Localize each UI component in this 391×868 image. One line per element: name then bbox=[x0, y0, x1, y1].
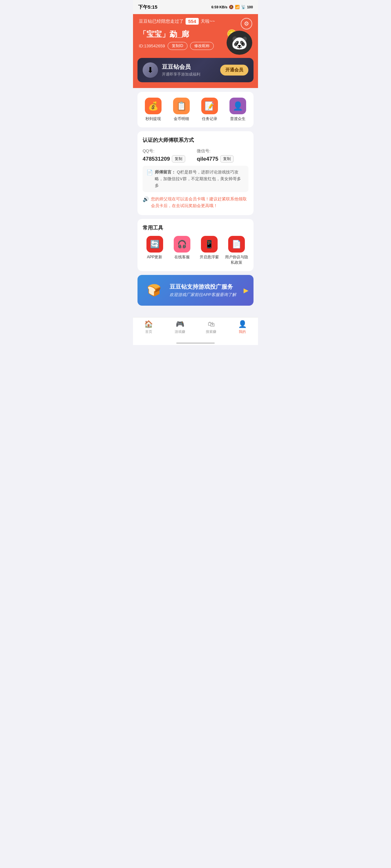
nav-game-earn[interactable]: 🎮 游戏赚 bbox=[164, 320, 196, 334]
days-suffix: 天啦~~ bbox=[201, 19, 215, 24]
diamond-icon: ⬇ bbox=[147, 66, 153, 74]
wechat-value-row: qile4775 复制 bbox=[197, 155, 248, 163]
message-icon: 📄 bbox=[146, 169, 153, 176]
purdu-label: 普渡众生 bbox=[230, 116, 246, 122]
member-left: ⬇ 豆豆钻会员 开通即享手游加成福利 bbox=[143, 62, 200, 78]
member-subtitle: 开通即享手游加成福利 bbox=[162, 72, 200, 77]
nav-search-earn[interactable]: 🛍 搜索赚 bbox=[196, 320, 227, 334]
status-time: 下午5:15 bbox=[138, 4, 157, 10]
avatar-area: 🪙 🐼 bbox=[223, 29, 252, 55]
signal-icon: 📶 bbox=[235, 5, 240, 9]
wechat-value: qile4775 bbox=[197, 156, 218, 162]
qq-value-row: 478531209 复制 bbox=[143, 155, 194, 163]
search-earn-nav-icon: 🛍 bbox=[208, 320, 215, 329]
master-contact-title: 认证的大师傅联系方式 bbox=[143, 137, 248, 144]
floating-window-icon: 📱 bbox=[204, 240, 214, 249]
promo-arrow-icon: ▶ bbox=[244, 286, 248, 294]
battery-percent: 100 bbox=[247, 5, 253, 9]
edit-nickname-button[interactable]: 修改昵称 bbox=[190, 42, 214, 50]
panda-emoji: 🐼 bbox=[231, 35, 248, 51]
profile-row: 「宝宝」勐_廊 ID:139542659 复制ID 修改昵称 🪙 🐼 bbox=[139, 29, 252, 55]
network-speed: 6:59 KB/s bbox=[212, 5, 227, 9]
task-record-icon-box: 📝 bbox=[201, 98, 218, 114]
wechat-label: 微信号: bbox=[197, 148, 248, 154]
gold-detail-icon: 📋 bbox=[176, 101, 187, 111]
gold-detail-label: 金币明细 bbox=[174, 116, 189, 122]
days-count: 554 bbox=[186, 18, 199, 25]
wifi-icon: 📡 bbox=[241, 5, 246, 9]
customer-service-icon: 🎧 bbox=[177, 240, 187, 249]
action-withdrawal[interactable]: 💰 秒到提现 bbox=[141, 98, 166, 122]
nav-mine[interactable]: 👤 我的 bbox=[227, 320, 258, 334]
app-update-label: APP更新 bbox=[147, 254, 162, 260]
purdu-icon-box: 👤 bbox=[229, 98, 246, 114]
member-text: 豆豆钻会员 开通即享手游加成福利 bbox=[162, 63, 200, 77]
alert-box: 🔊 您的师父现在可以送会员卡哦！建议赶紧联系他领取会员卡后，在去试玩奖励会更高哦… bbox=[143, 196, 248, 209]
days-banner: 豆豆钻已经陪您走过了 554 天啦~~ bbox=[139, 18, 252, 25]
qq-value: 478531209 bbox=[143, 156, 170, 162]
tool-customer-service[interactable]: 🎧 在线客服 bbox=[170, 236, 194, 265]
app-update-icon: 🔄 bbox=[150, 240, 160, 249]
mute-icon: 🔕 bbox=[229, 5, 234, 9]
tools-title: 常用工具 bbox=[143, 225, 248, 231]
member-title: 豆豆钻会员 bbox=[162, 63, 200, 71]
tool-floating-window[interactable]: 📱 开启悬浮窗 bbox=[197, 236, 221, 265]
qq-label: QQ号: bbox=[143, 148, 194, 154]
tool-privacy-policy[interactable]: 📄 用户协议与隐私政策 bbox=[224, 236, 248, 265]
copy-wechat-button[interactable]: 复制 bbox=[220, 155, 234, 163]
gold-detail-icon-box: 📋 bbox=[173, 98, 190, 114]
alert-icon: 🔊 bbox=[143, 196, 149, 202]
withdrawal-label: 秒到提现 bbox=[145, 116, 161, 122]
spacer bbox=[133, 311, 258, 317]
status-bar: 下午5:15 6:59 KB/s 🔕 📶 📡 100 bbox=[133, 0, 258, 14]
mine-nav-label: 我的 bbox=[239, 329, 246, 334]
settings-icon: ⚙ bbox=[244, 20, 249, 27]
header-section: 豆豆钻已经陪您走过了 554 天啦~~ ⚙ 「宝宝」勐_廊 ID:1395426… bbox=[133, 14, 258, 61]
profile-info: 「宝宝」勐_廊 ID:139542659 复制ID 修改昵称 bbox=[139, 29, 223, 50]
nav-home[interactable]: 🏠 首页 bbox=[133, 320, 164, 334]
task-record-label: 任务记录 bbox=[202, 116, 217, 122]
tools-grid: 🔄 APP更新 🎧 在线客服 📱 开启悬浮窗 📄 用户协议与隐私政策 bbox=[143, 236, 248, 265]
mine-nav-icon: 👤 bbox=[238, 320, 247, 329]
tools-card: 常用工具 🔄 APP更新 🎧 在线客服 📱 开启悬浮窗 📄 用户协议与隐私政策 bbox=[138, 219, 253, 271]
promo-banner[interactable]: 🍞 豆豆钻支持游戏投广服务 欢迎游戏厂家前往APP客服垂询了解 ▶ bbox=[138, 275, 253, 306]
wechat-contact: 微信号: qile4775 复制 bbox=[197, 148, 248, 163]
qq-contact: QQ号: 478531209 复制 bbox=[143, 148, 194, 163]
game-earn-nav-icon: 🎮 bbox=[176, 320, 184, 329]
home-nav-label: 首页 bbox=[145, 329, 152, 334]
promo-image: 🍞 bbox=[143, 281, 165, 300]
quick-actions-grid: 💰 秒到提现 📋 金币明细 📝 任务记录 👤 普渡众生 bbox=[141, 98, 250, 122]
promo-title: 豆豆钻支持游戏投广服务 bbox=[170, 283, 239, 290]
settings-button[interactable]: ⚙ bbox=[241, 18, 252, 29]
master-message-text: 师傅留言： Q栏是群号，进群讨论游戏技巧攻略，加微信拉V群，不定期发红包，美女帅… bbox=[155, 169, 245, 189]
member-diamond-icon: ⬇ bbox=[143, 62, 158, 78]
promo-subtitle: 欢迎游戏厂家前往APP客服垂询了解 bbox=[170, 292, 239, 298]
privacy-policy-icon-box: 📄 bbox=[228, 236, 245, 252]
copy-qq-button[interactable]: 复制 bbox=[172, 155, 185, 163]
privacy-policy-icon: 📄 bbox=[232, 240, 241, 249]
customer-service-icon-box: 🎧 bbox=[174, 236, 190, 252]
tool-app-update[interactable]: 🔄 APP更新 bbox=[143, 236, 167, 265]
floating-window-label: 开启悬浮窗 bbox=[200, 254, 219, 260]
master-message-box: 📄 师傅留言： Q栏是群号，进群讨论游戏技巧攻略，加微信拉V群，不定期发红包，美… bbox=[143, 166, 248, 192]
task-record-icon: 📝 bbox=[204, 101, 215, 111]
app-update-icon-box: 🔄 bbox=[146, 236, 163, 252]
open-member-button[interactable]: 开通会员 bbox=[220, 65, 248, 75]
privacy-policy-label: 用户协议与隐私政策 bbox=[224, 254, 248, 265]
action-purdu[interactable]: 👤 普渡众生 bbox=[225, 98, 250, 122]
alert-text: 您的师父现在可以送会员卡哦！建议赶紧联系他领取会员卡后，在去试玩奖励会更高哦！ bbox=[151, 196, 248, 209]
home-nav-icon: 🏠 bbox=[144, 320, 153, 329]
floating-window-icon-box: 📱 bbox=[201, 236, 218, 252]
status-right-icons: 6:59 KB/s 🔕 📶 📡 100 bbox=[212, 5, 253, 9]
customer-service-label: 在线客服 bbox=[174, 254, 190, 260]
withdrawal-icon: 💰 bbox=[148, 101, 158, 111]
bottom-nav: 🏠 首页 🎮 游戏赚 🛍 搜索赚 👤 我的 bbox=[133, 317, 258, 341]
copy-id-button[interactable]: 复制ID bbox=[168, 42, 188, 50]
action-gold-detail[interactable]: 📋 金币明细 bbox=[169, 98, 194, 122]
game-earn-nav-label: 游戏赚 bbox=[175, 329, 185, 334]
search-earn-nav-label: 搜索赚 bbox=[206, 329, 216, 334]
purdu-icon: 👤 bbox=[233, 101, 243, 111]
home-indicator bbox=[133, 341, 258, 345]
action-task-record[interactable]: 📝 任务记录 bbox=[197, 98, 222, 122]
contact-row: QQ号: 478531209 复制 微信号: qile4775 复制 bbox=[143, 148, 248, 163]
